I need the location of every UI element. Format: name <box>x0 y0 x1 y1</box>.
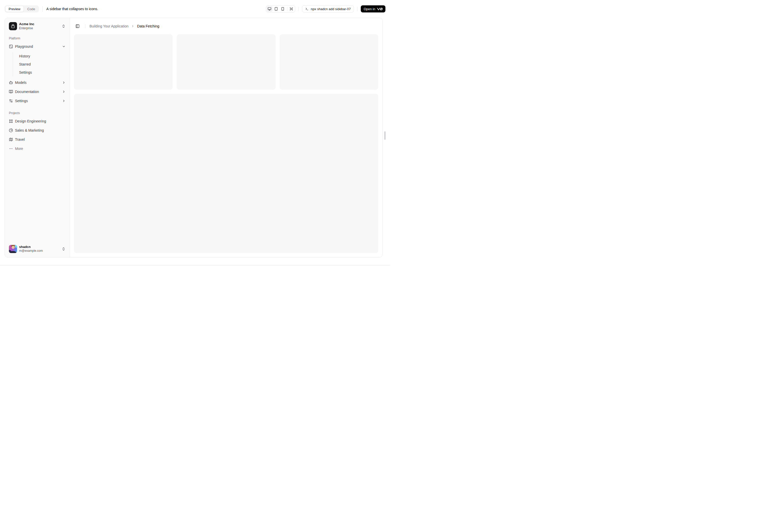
placeholder-card <box>280 34 378 90</box>
team-switcher-button[interactable]: Acme Inc Enterprise <box>7 20 67 32</box>
chevrons-up-down-icon <box>61 24 65 28</box>
panel-left-icon <box>76 24 80 28</box>
sidebar-toggle-button[interactable] <box>74 22 81 30</box>
team-name: Acme Inc <box>19 22 59 26</box>
device-group-divider <box>287 7 287 11</box>
team-logo <box>9 22 17 30</box>
avatar <box>9 245 17 253</box>
placeholder-cards-row <box>74 34 378 90</box>
sidebar-header: Acme Inc Enterprise <box>5 18 70 34</box>
placeholder-card <box>74 34 173 90</box>
sidebar-subitem-settings[interactable]: Settings <box>17 69 67 76</box>
nav-group-label: Platform <box>7 34 67 42</box>
open-in-label: Open in <box>363 7 375 11</box>
content-area <box>70 34 382 257</box>
sidebar-item-settings[interactable]: Settings <box>7 97 67 105</box>
breadcrumb-parent-link[interactable]: Building Your Application <box>90 24 129 28</box>
sidebar-subitem-label: Starred <box>19 62 31 66</box>
square-terminal-icon <box>9 45 13 49</box>
fullscreen-icon <box>290 7 293 11</box>
sidebar-subitem-label: History <box>19 54 30 58</box>
sidebar-item-label: Travel <box>15 138 65 142</box>
preview-container: Acme Inc Enterprise Platform Playground <box>5 18 383 257</box>
breadcrumb: Building Your Application Data Fetching <box>90 24 159 28</box>
app-sidebar: Acme Inc Enterprise Platform Playground <box>5 18 70 257</box>
sidebar-item-label: Documentation <box>15 90 60 94</box>
bot-icon <box>9 81 13 85</box>
settings-sliders-icon <box>9 99 13 103</box>
chevron-right-icon <box>62 99 65 103</box>
sidebar-item-label: More <box>15 147 65 151</box>
smartphone-icon <box>281 7 285 11</box>
fullscreen-button[interactable] <box>289 6 294 12</box>
tablet-icon <box>274 7 278 11</box>
book-open-icon <box>9 90 13 94</box>
pie-chart-icon <box>9 128 13 132</box>
sidebar-item-travel[interactable]: Travel <box>7 136 67 144</box>
user-menu-button[interactable]: shadcn m@example.com <box>7 243 67 255</box>
toolbar-divider <box>357 7 357 11</box>
sidebar-item-playground[interactable]: Playground <box>7 42 67 51</box>
device-toggle-group <box>266 5 295 12</box>
sidebar-item-label: Playground <box>15 45 60 49</box>
sidebar-item-sales-marketing[interactable]: Sales & Marketing <box>7 126 67 135</box>
frame-icon <box>9 119 13 123</box>
desktop-view-button[interactable] <box>267 6 273 12</box>
team-info: Acme Inc Enterprise <box>19 22 59 30</box>
sidebar-item-label: Design Engineering <box>15 119 65 123</box>
nav-group-platform: Platform Playground History Starred <box>7 34 67 105</box>
sidebar-item-label: Settings <box>15 99 60 103</box>
sidebar-subitem-history[interactable]: History <box>17 53 67 60</box>
next-section-edge <box>0 265 390 266</box>
sidebar-subitem-starred[interactable]: Starred <box>17 61 67 68</box>
tab-preview[interactable]: Preview <box>5 6 23 12</box>
toolbar-divider <box>298 7 299 11</box>
user-email: m@example.com <box>19 249 59 253</box>
nav-group-label: Projects <box>7 109 67 117</box>
playground-submenu: History Starred Settings <box>13 52 67 76</box>
sidebar-item-design-engineering[interactable]: Design Engineering <box>7 117 67 125</box>
chevron-right-icon <box>62 81 65 84</box>
chevron-down-icon <box>62 45 65 48</box>
install-command-text: npx shadcn add sidebar-07 <box>311 7 351 11</box>
tab-code[interactable]: Code <box>24 6 38 12</box>
open-in-v0-button[interactable]: Open in <box>361 5 385 12</box>
map-icon <box>9 138 13 142</box>
user-info: shadcn m@example.com <box>19 245 59 253</box>
block-toolbar: Preview Code A sidebar that collapses to… <box>0 0 390 18</box>
gallery-vertical-end-icon <box>11 24 15 28</box>
sidebar-item-more[interactable]: More <box>7 145 67 153</box>
placeholder-panel <box>74 94 378 253</box>
chevrons-up-down-icon <box>61 247 65 251</box>
sidebar-item-label: Models <box>15 81 60 85</box>
block-description: A sidebar that collapses to icons. <box>46 7 98 11</box>
placeholder-card <box>177 34 275 90</box>
main-content: Building Your Application Data Fetching <box>70 18 382 257</box>
sidebar-footer: shadcn m@example.com <box>5 241 70 257</box>
breadcrumb-current-page: Data Fetching <box>137 24 159 28</box>
sidebar-nav: Platform Playground History Starred <box>5 34 70 241</box>
sidebar-subitem-label: Settings <box>19 70 32 74</box>
nav-group-projects: Projects Design Engineering Sales & Mark… <box>7 109 67 153</box>
chevron-right-icon <box>62 90 65 94</box>
monitor-icon <box>268 7 271 11</box>
user-name: shadcn <box>19 245 59 249</box>
ellipsis-icon <box>9 147 13 151</box>
v0-logo-icon <box>377 8 383 10</box>
toolbar-right-group: npx shadcn add sidebar-07 Open in <box>266 5 385 12</box>
sidebar-item-models[interactable]: Models <box>7 78 67 87</box>
sidebar-item-documentation[interactable]: Documentation <box>7 88 67 96</box>
team-plan: Enterprise <box>19 26 59 30</box>
page-scrollbar-thumb[interactable] <box>384 131 386 140</box>
terminal-icon <box>305 7 309 11</box>
mobile-view-button[interactable] <box>280 6 286 12</box>
header-divider <box>85 24 86 28</box>
install-command-button[interactable]: npx shadcn add sidebar-07 <box>302 5 354 12</box>
tablet-view-button[interactable] <box>273 6 279 12</box>
breadcrumb-chevron-icon <box>131 24 135 28</box>
main-header: Building Your Application Data Fetching <box>70 18 382 34</box>
sidebar-item-label: Sales & Marketing <box>15 128 65 132</box>
view-mode-tabs: Preview Code <box>5 5 39 12</box>
